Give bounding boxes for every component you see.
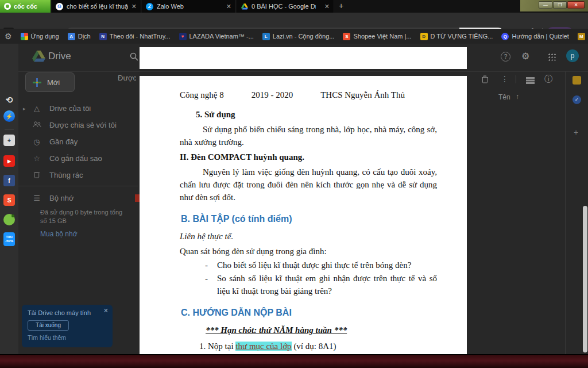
breadcrumb: Được chia sẻ với tôi	[118, 74, 136, 83]
sidebar-item-label: Bộ nhớ	[49, 194, 74, 202]
apps-grid-icon[interactable]	[548, 53, 556, 61]
bookmark-translate[interactable]: ADịch	[68, 33, 91, 40]
doc-bullet-1: - Cho biết số liệu kĩ thuật được ghi thự…	[180, 259, 437, 271]
bullet-dash: -	[205, 259, 208, 271]
quizlet-q-icon: Q	[501, 33, 509, 40]
toolbar-divider	[516, 75, 516, 83]
lazada-heart-icon: ♥	[179, 33, 187, 40]
plus-icon[interactable]: +	[574, 128, 578, 137]
trash-icon	[32, 171, 41, 180]
tab-close-icon[interactable]: ✕	[324, 3, 330, 10]
coccoc-logo-icon	[4, 3, 11, 10]
gear-icon[interactable]: ⚙	[5, 32, 12, 41]
coccoc-side-rail: ⟲ ⚡ + ▶ f S TIKI -50%	[0, 44, 18, 354]
sidebar-item-recent[interactable]: ◷ Gần đây	[18, 133, 138, 150]
more-vertical-icon[interactable]: ⋮	[501, 74, 509, 83]
sidebar-item-starred[interactable]: ☆ Có gắn dấu sao	[18, 150, 138, 167]
star-icon: ☆	[32, 154, 41, 163]
help-icon[interactable]: ?	[501, 52, 510, 62]
doc-intro-line: Quan sát bóng đèn sử dụng trong gia đình…	[180, 245, 437, 258]
google-favicon: G	[56, 3, 63, 10]
promo-download-button[interactable]: Tải xuống	[28, 320, 69, 331]
desktop: cốc cốc G cho biết số lệu kĩ thuật đượ ✕…	[0, 0, 588, 368]
add-icon[interactable]: +	[3, 135, 15, 146]
bookmark-nhattruy[interactable]: NTheo dõi - NhatTruy...	[99, 33, 171, 40]
doc-heading-c: C. HƯỚNG DẪN NỘP BÀI	[181, 306, 437, 319]
messenger-icon[interactable]: ⚡	[3, 110, 15, 122]
sidebar-item-storage[interactable]: ☰Bộ nhớ	[18, 190, 138, 206]
doc-bullet-2: - So sánh số liệu kĩ thuật em ghi nhận đ…	[180, 272, 437, 297]
windows-taskbar: e ▶ W EN ▲ V ⚐ 1:52 PM 4/7/2020	[0, 354, 588, 368]
class-folder-link[interactable]: thư mục của lớp	[235, 342, 291, 351]
drive-desktop-promo-card: ✕ Tải Drive cho máy tính Tải xuống Tìm h…	[22, 305, 113, 347]
doc-deadline-line: *** Hạn chót: thứ NĂM hàng tuần ***	[206, 324, 437, 336]
sidebar-item-trash[interactable]: Thùng rác	[18, 167, 138, 183]
doc-subsection-title: 5. Sử dụng	[196, 108, 437, 121]
doc-section-title: II. Đèn COMPACT huỳnh quang.	[180, 151, 437, 163]
bookmark-lazi[interactable]: LLazi.vn - Cộng đồng...	[262, 33, 335, 40]
drive-app-name: Drive	[48, 51, 71, 62]
document-page-2: Công nghệ 8 2019 - 2020 THCS Nguyễn Ánh …	[140, 76, 467, 354]
facebook-icon[interactable]: f	[3, 175, 15, 186]
promo-learn-more-link[interactable]: Tìm hiểu thêm	[28, 334, 107, 341]
gear-icon[interactable]: ⚙	[521, 51, 529, 62]
window-minimize-button[interactable]: —	[539, 1, 552, 9]
history-icon[interactable]: ⟲	[3, 94, 15, 106]
lazi-icon[interactable]	[3, 214, 15, 225]
browser-toolbar: ← → ⟳ drive.google.com/drive/folders/1OP…	[0, 13, 588, 29]
account-avatar[interactable]: p	[566, 49, 579, 62]
tab-search[interactable]: G cho biết số lệu kĩ thuật đượ ✕	[52, 0, 141, 13]
tasks-icon[interactable]: ✓	[572, 95, 581, 104]
n-favicon: N	[99, 33, 107, 40]
bookmark-label: Hướng dẫn | Quizlet	[512, 33, 568, 40]
clock-icon: ◷	[32, 137, 41, 146]
submit1-example: (ví dụ: 8A1)	[292, 342, 336, 351]
youtube-icon[interactable]: ▶	[3, 155, 15, 167]
bookmark-tuvung[interactable]: DD TỪ VỰNG TIẾNG...	[420, 33, 493, 40]
info-icon[interactable]: ⓘ	[544, 74, 552, 85]
tab-drive[interactable]: 0 BÀI HỌC - Google Drive ✕	[237, 0, 334, 13]
expand-caret-icon[interactable]: ▸	[23, 106, 26, 112]
window-caption: — ❒ ✕	[520, 0, 588, 12]
keep-icon[interactable]	[572, 76, 581, 85]
bookmark-quizlet[interactable]: QHướng dẫn | Quizlet	[501, 33, 568, 40]
bookmark-lazada[interactable]: ♥LAZADA Vietnam™ -...	[179, 33, 254, 40]
buy-storage-link[interactable]: Mua bộ nhớ	[40, 230, 78, 238]
coccoc-menu-button[interactable]: cốc cốc	[0, 0, 51, 13]
window-maximize-button[interactable]: ❒	[553, 1, 567, 9]
trash-icon[interactable]	[481, 75, 489, 86]
preview-scrollbar[interactable]	[583, 206, 587, 352]
submit1-text: 1. Nộp tại	[199, 342, 235, 351]
drive-new-button[interactable]: Mới	[25, 72, 75, 92]
my-drive-icon: △	[32, 104, 41, 113]
bookmark-label: Theo dõi - NhatTruy...	[110, 33, 171, 40]
bookmark-apps[interactable]: Ứng dụng	[21, 33, 59, 40]
tab-title: cho biết số lệu kĩ thuật đượ	[67, 3, 128, 10]
sort-ascending-icon[interactable]: ↑	[516, 93, 519, 101]
rail-divider	[5, 129, 14, 129]
sidebar-item-shared-with-me[interactable]: Được chia sẻ với tôi	[18, 117, 138, 133]
column-header-name[interactable]: Tên	[498, 93, 510, 101]
list-view-icon[interactable]	[526, 76, 535, 86]
tab-close-icon[interactable]: ✕	[226, 3, 231, 10]
tiki-icon[interactable]: TIKI -50%	[3, 232, 15, 246]
bookmark-shopee[interactable]: SShopee Việt Nam |...	[343, 33, 411, 40]
shopee-icon[interactable]: S	[3, 194, 15, 206]
multicolor-plus-icon	[33, 78, 41, 87]
sidebar-item-my-drive[interactable]: ▸ △ Drive của tôi	[18, 100, 138, 117]
tab-close-icon[interactable]: ✕	[131, 3, 137, 10]
bookmark-memrise[interactable]: MTrang chủ - Memrise	[578, 33, 588, 40]
bookmark-label: LAZADA Vietnam™ -...	[189, 33, 254, 40]
doc-header-center: 2019 - 2020	[224, 89, 321, 101]
bookmark-label: Dịch	[78, 33, 91, 40]
tab-zalo[interactable]: Z Zalo Web ✕	[142, 0, 236, 13]
close-icon[interactable]: ✕	[103, 307, 109, 315]
bullet-text: Cho biết số liệu kĩ thuật được ghi thực …	[217, 260, 411, 270]
doc-paragraph: Nguyên lý làm việc giống đèn huỳnh quang…	[180, 166, 437, 204]
new-button-label: Mới	[47, 78, 60, 87]
new-tab-button[interactable]: +	[339, 1, 343, 10]
window-close-button[interactable]: ✕	[567, 1, 585, 9]
search-icon[interactable]	[130, 52, 138, 63]
people-icon	[32, 121, 41, 129]
doc-header-left: Công nghệ 8	[180, 89, 224, 101]
